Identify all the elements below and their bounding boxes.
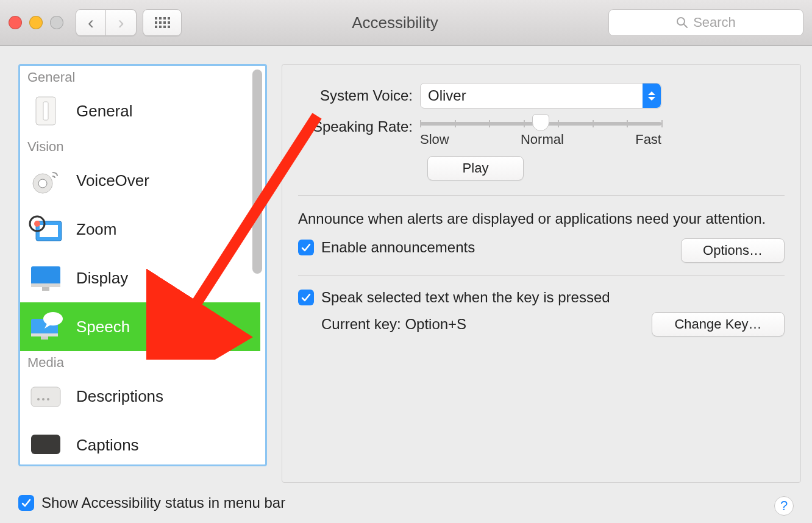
speaking-rate-slider[interactable]: Slow Normal Fast — [420, 117, 661, 148]
slider-max-label: Fast — [635, 132, 661, 148]
options-button-label: Options… — [703, 243, 763, 258]
speech-icon — [26, 310, 65, 344]
sidebar-item-zoom[interactable]: Zoom — [20, 205, 260, 254]
search-placeholder: Search — [693, 15, 736, 30]
chevron-left-icon: ‹ — [88, 12, 94, 33]
nav-buttons: ‹ › — [76, 9, 137, 36]
svg-rect-6 — [40, 225, 58, 237]
content-area: General General Vision VoiceOver Zoom — [0, 46, 812, 489]
speaking-rate-label: Speaking Rate: — [298, 117, 420, 135]
category-list[interactable]: General General Vision VoiceOver Zoom — [20, 66, 265, 464]
help-button[interactable]: ? — [774, 496, 794, 516]
sidebar-item-label: Descriptions — [76, 387, 163, 406]
divider — [298, 195, 785, 196]
voiceover-icon — [26, 163, 65, 197]
chevron-right-icon: › — [118, 12, 124, 33]
svg-rect-3 — [43, 102, 48, 120]
speak-selected-label: Speak selected text when the key is pres… — [321, 289, 610, 306]
show-status-checkbox[interactable] — [18, 495, 34, 511]
announce-description: Announce when alerts are displayed or ap… — [298, 209, 785, 229]
close-window-button[interactable] — [9, 16, 22, 29]
svg-point-15 — [43, 312, 63, 326]
sidebar-group-vision: Vision — [20, 135, 260, 156]
footer: Show Accessibility status in menu bar ? — [0, 489, 812, 523]
zoom-window-button — [50, 16, 63, 29]
general-icon — [26, 94, 65, 128]
sidebar-item-label: Speech — [76, 318, 130, 336]
sidebar-item-voiceover[interactable]: VoiceOver — [20, 156, 260, 205]
sidebar-item-speech[interactable]: Speech — [20, 302, 260, 351]
show-status-label: Show Accessibility status in menu bar — [41, 494, 285, 511]
play-button-label: Play — [463, 160, 489, 176]
sidebar-item-label: Zoom — [76, 220, 116, 239]
svg-rect-16 — [31, 387, 60, 407]
change-key-button[interactable]: Change Key… — [652, 312, 785, 336]
search-field[interactable]: Search — [608, 9, 803, 36]
system-voice-value: Oliver — [428, 87, 466, 104]
help-icon: ? — [780, 498, 788, 514]
svg-rect-9 — [31, 266, 60, 286]
search-icon — [676, 16, 688, 29]
window-title: Accessibility — [188, 13, 602, 32]
play-button[interactable]: Play — [427, 156, 524, 180]
minimize-window-button[interactable] — [29, 16, 43, 29]
svg-point-19 — [47, 398, 49, 400]
speech-panel: System Voice: Oliver Speaking Rate: — [282, 64, 801, 483]
sidebar-group-media: Media — [20, 351, 260, 372]
divider — [298, 275, 785, 276]
category-sidebar: General General Vision VoiceOver Zoom — [18, 64, 267, 466]
sidebar-item-display[interactable]: Display — [20, 254, 260, 302]
enable-announcements-label: Enable announcements — [321, 239, 475, 256]
announcements-options-button[interactable]: Options… — [681, 238, 785, 263]
sidebar-group-general: General — [20, 66, 260, 87]
svg-rect-10 — [31, 283, 60, 287]
sidebar-item-descriptions[interactable]: Descriptions — [20, 372, 260, 421]
descriptions-icon — [26, 379, 65, 413]
back-button[interactable]: ‹ — [76, 9, 106, 36]
svg-point-17 — [37, 398, 40, 400]
window-controls — [9, 16, 63, 29]
speak-selected-checkbox[interactable] — [298, 290, 314, 305]
svg-point-18 — [42, 398, 45, 400]
sidebar-item-label: Display — [76, 269, 128, 288]
change-key-button-label: Change Key… — [674, 316, 761, 332]
svg-rect-14 — [41, 336, 48, 340]
svg-point-8 — [34, 221, 40, 227]
sidebar-item-label: VoiceOver — [76, 171, 149, 190]
svg-rect-13 — [31, 333, 58, 336]
check-icon — [301, 242, 312, 253]
forward-button: › — [106, 9, 137, 36]
slider-thumb[interactable] — [532, 114, 549, 131]
grid-icon — [155, 17, 170, 28]
system-voice-select[interactable]: Oliver — [420, 83, 661, 109]
check-icon — [301, 292, 312, 303]
check-icon — [21, 497, 32, 508]
zoom-icon — [26, 212, 65, 246]
show-all-button[interactable] — [143, 9, 182, 36]
updown-icon — [643, 84, 661, 108]
current-key-label: Current key: Option+S — [321, 316, 466, 333]
display-icon — [26, 261, 65, 295]
sidebar-item-label: Captions — [76, 436, 139, 455]
enable-announcements-checkbox[interactable] — [298, 240, 314, 255]
captions-icon — [26, 428, 65, 462]
svg-point-0 — [677, 18, 685, 25]
svg-line-1 — [684, 24, 687, 27]
slider-min-label: Slow — [420, 132, 449, 148]
sidebar-item-general[interactable]: General — [20, 87, 260, 135]
svg-rect-20 — [31, 435, 60, 454]
sidebar-item-label: General — [76, 102, 133, 121]
system-voice-label: System Voice: — [298, 87, 420, 104]
slider-mid-label: Normal — [521, 132, 564, 148]
svg-rect-11 — [42, 287, 49, 291]
toolbar: ‹ › Accessibility Search — [0, 0, 812, 46]
sidebar-scrollbar[interactable] — [252, 69, 262, 274]
sidebar-item-captions[interactable]: Captions — [20, 421, 260, 464]
